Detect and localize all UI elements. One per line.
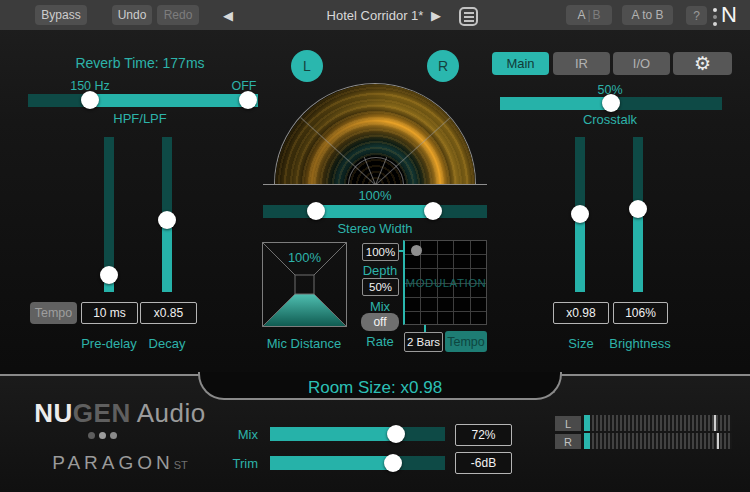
rate-grid-connector: [424, 325, 426, 332]
trim-slider[interactable]: [270, 456, 445, 470]
decay-label: Decay: [127, 336, 207, 351]
mix-handle[interactable]: [387, 425, 405, 443]
brand-audio: Audio: [137, 398, 206, 428]
decay-value-box[interactable]: x0.85: [140, 302, 197, 324]
trim-value-box[interactable]: -6dB: [455, 452, 512, 474]
decay-handle[interactable]: [158, 211, 176, 229]
brightness-value-box[interactable]: 106%: [613, 302, 668, 324]
tab-ir[interactable]: IR: [553, 52, 610, 75]
hpf-lpf-label: HPF/LPF: [90, 111, 190, 126]
gear-icon: ⚙: [694, 52, 711, 75]
ab-compare-button[interactable]: A | B: [566, 5, 612, 25]
modulation-depth-label: Depth: [350, 263, 410, 278]
modulation-tempo-button[interactable]: Tempo: [445, 331, 487, 352]
stereo-width-value: 100%: [325, 188, 425, 203]
mic-distance-pad[interactable]: 100%: [262, 242, 347, 327]
hpf-lpf-slider[interactable]: [28, 94, 258, 107]
mix-value-box[interactable]: 72%: [455, 424, 512, 446]
undo-button[interactable]: Undo: [112, 5, 152, 25]
crosstalk-slider[interactable]: [500, 97, 722, 110]
n-letter: N: [721, 2, 737, 28]
size-handle[interactable]: [571, 205, 589, 223]
meter-r: [584, 433, 732, 449]
crosstalk-handle[interactable]: [602, 94, 620, 112]
meter-l: [584, 415, 732, 431]
brightness-slider[interactable]: [633, 137, 643, 292]
mic-distance-value: 100%: [262, 250, 347, 265]
room-size-readout: Room Size: x0.98: [275, 378, 475, 398]
modulation-depth-value-box[interactable]: 100%: [362, 243, 399, 261]
ab-b-label: B: [593, 8, 601, 22]
modulation-rate-label: Rate: [350, 334, 410, 349]
stereo-width-left-handle[interactable]: [307, 202, 325, 220]
modulation-bars-box[interactable]: 2 Bars: [404, 332, 443, 352]
paragon-plugin-window: Bypass Undo Redo ◀ Hotel Corridor 1* ▶ A…: [0, 0, 750, 492]
trim-handle[interactable]: [384, 454, 402, 472]
product-name: PARAGON: [52, 452, 174, 473]
right-channel-button[interactable]: R: [427, 50, 459, 82]
mix-label: Mix: [218, 427, 258, 442]
meter-l-button[interactable]: L: [555, 416, 581, 431]
modulation-mix-value-box[interactable]: 50%: [362, 278, 399, 296]
modulation-xy-pad[interactable]: MODULATION: [403, 240, 487, 325]
brand-dots-icon: [88, 432, 117, 439]
trim-label: Trim: [218, 456, 258, 471]
predelay-handle[interactable]: [100, 266, 118, 284]
reverb-time-readout: Reverb Time: 177ms: [30, 55, 250, 71]
predelay-slider[interactable]: [104, 137, 114, 292]
predelay-tempo-button[interactable]: Tempo: [30, 302, 77, 324]
brightness-label: Brightness: [600, 336, 680, 351]
lpf-handle[interactable]: [239, 91, 257, 109]
modulation-grid-title: MODULATION: [405, 277, 487, 289]
tab-main[interactable]: Main: [492, 52, 549, 75]
decay-slider[interactable]: [162, 137, 172, 292]
size-value-box[interactable]: x0.98: [553, 302, 609, 324]
brand-logo: NUGENAudio: [30, 398, 210, 429]
stereo-width-slider[interactable]: [263, 205, 487, 218]
redo-button[interactable]: Redo: [157, 5, 199, 25]
modulation-rate-button[interactable]: off: [361, 313, 399, 331]
preset-menu-icon[interactable]: [459, 7, 478, 26]
ab-a-label: A: [577, 8, 585, 22]
ab-separator: |: [587, 8, 590, 22]
help-button[interactable]: ?: [686, 6, 707, 25]
product-suffix: ST: [174, 459, 188, 471]
left-channel-button[interactable]: L: [291, 50, 323, 82]
mic-distance-label: Mic Distance: [244, 336, 364, 351]
stereo-width-label: Stereo Width: [315, 221, 435, 236]
stereo-width-right-handle[interactable]: [424, 202, 442, 220]
mix-slider[interactable]: [270, 427, 445, 441]
a-to-b-button[interactable]: A to B: [622, 5, 673, 25]
modulation-point[interactable]: [411, 245, 422, 256]
brand-gen: GEN: [73, 398, 131, 428]
previous-preset-icon[interactable]: ◀: [220, 8, 236, 24]
crosstalk-label: Crosstalk: [570, 112, 650, 127]
size-slider[interactable]: [575, 137, 585, 292]
bypass-button[interactable]: Bypass: [35, 5, 87, 25]
impulse-response-display: [274, 83, 476, 184]
brightness-handle[interactable]: [629, 200, 647, 218]
display-baseline: [263, 184, 487, 185]
settings-button[interactable]: ⚙: [673, 52, 732, 75]
product-logo: PARAGONST: [30, 452, 210, 474]
hpf-handle[interactable]: [81, 91, 99, 109]
title-bar: Bypass Undo Redo ◀ Hotel Corridor 1* ▶ A…: [0, 0, 750, 30]
tab-io[interactable]: I/O: [613, 52, 670, 75]
meter-r-button[interactable]: R: [555, 434, 581, 449]
predelay-value-box[interactable]: 10 ms: [81, 302, 138, 324]
brand-nu: NU: [34, 398, 73, 428]
next-preset-icon[interactable]: ▶: [428, 8, 444, 24]
modulation-mix-label: Mix: [350, 299, 410, 314]
